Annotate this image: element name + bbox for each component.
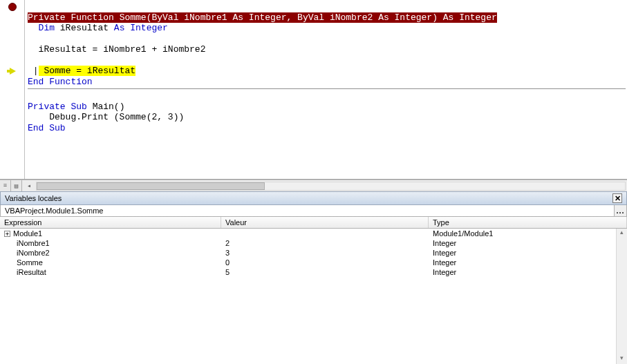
gutter: [0, 0, 25, 179]
locals-row[interactable]: +Module1Module1/Module1: [0, 229, 627, 238]
locals-title-text: Variables locales: [5, 194, 62, 202]
locals-type: Module1/Module1: [429, 229, 627, 238]
code-footer: ≡ ▤ ◂: [0, 180, 627, 191]
locals-expression: Module1: [13, 229, 42, 238]
locals-body[interactable]: +Module1Module1/Module1iNombre12Integeri…: [0, 229, 627, 364]
close-button[interactable]: ✕: [612, 193, 622, 203]
code-line-current[interactable]: Somme = iResultat: [39, 66, 135, 76]
scroll-thumb[interactable]: [37, 182, 265, 190]
col-header-type[interactable]: Type: [429, 217, 627, 228]
procedure-separator: [28, 88, 626, 89]
locals-value: 2: [221, 238, 429, 248]
locals-titlebar[interactable]: Variables locales ✕: [0, 191, 627, 205]
code-token: As Integer: [114, 23, 168, 33]
code-token: Private Sub: [28, 102, 87, 112]
code-line[interactable]: iResultat = iNombre1 + iNombre2: [28, 44, 205, 55]
locals-header: Expression Valeur Type: [0, 217, 627, 229]
locals-expression: Somme: [17, 258, 43, 267]
code-token: Dim: [39, 23, 55, 33]
locals-value: 0: [221, 258, 429, 267]
locals-expression: iNombre2: [17, 249, 50, 257]
code-editor[interactable]: Private Function Somme(ByVal iNombre1 As…: [0, 0, 627, 180]
locals-type: Integer: [429, 258, 627, 267]
expand-icon[interactable]: +: [4, 231, 10, 237]
locals-value: 3: [221, 248, 429, 258]
scroll-left-icon[interactable]: ◂: [24, 182, 35, 190]
code-line-breakpoint[interactable]: Private Function Somme(ByVal iNombre1 As…: [28, 12, 497, 23]
scroll-track[interactable]: [36, 182, 626, 191]
text-cursor: |: [33, 66, 39, 76]
code-line[interactable]: End Function: [28, 77, 93, 87]
scroll-up-icon[interactable]: ▴: [617, 229, 627, 238]
breakpoint-icon[interactable]: [0, 1, 25, 12]
code-lines[interactable]: Private Function Somme(ByVal iNombre1 As…: [25, 0, 627, 179]
locals-expression: iNombre1: [17, 239, 50, 247]
code-line[interactable]: Debug.Print (Somme(2, 3)): [28, 112, 184, 122]
locals-row[interactable]: iNombre12Integer: [0, 238, 627, 248]
code-line[interactable]: End Sub: [28, 123, 66, 133]
col-header-value[interactable]: Valeur: [221, 217, 429, 228]
locals-type: Integer: [429, 248, 627, 258]
locals-value: 5: [221, 267, 429, 277]
procedure-view-button[interactable]: ≡: [0, 180, 11, 191]
locals-context-text: VBAProject.Module1.Somme: [1, 205, 614, 216]
locals-value: [221, 229, 429, 238]
locals-context-row: VBAProject.Module1.Somme ...: [0, 205, 627, 217]
execution-pointer-icon: [0, 66, 25, 76]
locals-type: Integer: [429, 238, 627, 248]
horizontal-scrollbar[interactable]: ◂: [22, 180, 627, 191]
code-token: iResultat: [55, 23, 114, 33]
call-stack-button[interactable]: ...: [614, 205, 626, 216]
col-header-expression[interactable]: Expression: [0, 217, 221, 228]
locals-row[interactable]: iNombre23Integer: [0, 248, 627, 258]
close-icon: ✕: [615, 194, 621, 203]
code-token: Main(): [87, 102, 125, 112]
locals-panel: Variables locales ✕ VBAProject.Module1.S…: [0, 191, 627, 364]
locals-row[interactable]: iResultat5Integer: [0, 267, 627, 277]
locals-row[interactable]: Somme0Integer: [0, 258, 627, 267]
locals-type: Integer: [429, 267, 627, 277]
full-module-view-button[interactable]: ▤: [11, 180, 22, 191]
vertical-scrollbar[interactable]: ▴ ▾: [616, 229, 627, 364]
scroll-down-icon[interactable]: ▾: [617, 354, 627, 364]
locals-expression: iResultat: [17, 268, 46, 276]
